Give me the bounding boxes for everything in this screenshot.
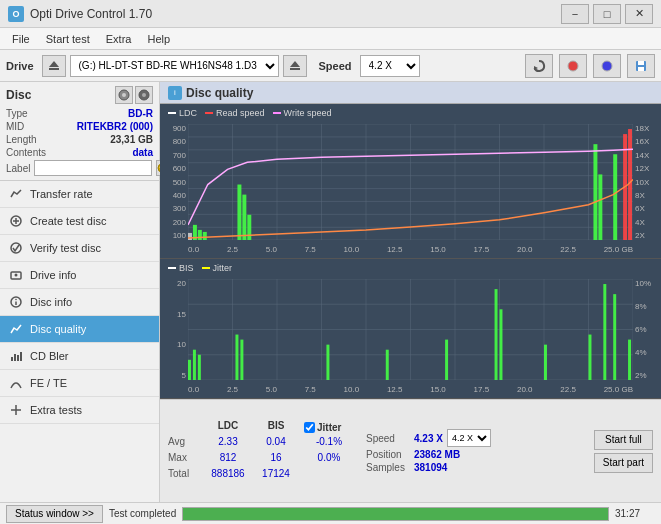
svg-point-6	[602, 61, 612, 71]
svg-rect-92	[603, 284, 606, 380]
menu-extra[interactable]: Extra	[98, 31, 140, 47]
jitter-avg: -0.1%	[304, 436, 354, 450]
svg-rect-56	[237, 185, 241, 240]
start-full-button[interactable]: Start full	[594, 430, 653, 450]
disc-icon-2[interactable]	[135, 86, 153, 104]
speed-value: 4.23 X	[414, 433, 443, 444]
svg-rect-81	[193, 350, 196, 380]
svg-rect-93	[613, 294, 616, 380]
svg-rect-28	[20, 352, 22, 361]
speed-select[interactable]: 4.2 X	[360, 55, 420, 77]
toolbar-color-button[interactable]	[559, 54, 587, 78]
chart1-y-axis-left: 900 800 700 600 500 400 300 200 100	[160, 124, 188, 240]
disc-icons	[115, 86, 153, 104]
status-progress-container	[182, 507, 609, 521]
svg-rect-57	[242, 195, 246, 240]
svg-rect-2	[290, 68, 300, 70]
disc-mid-row: MID RITEKBR2 (000)	[6, 121, 153, 132]
legend-ldc: LDC	[168, 108, 197, 118]
toolbar-save-button[interactable]	[627, 54, 655, 78]
charts-container: LDC Read speed Write speed 900 800	[160, 104, 661, 502]
position-value: 23862 MB	[414, 449, 460, 460]
disc-label-input[interactable]	[34, 160, 152, 176]
legend-bis-dot	[168, 267, 176, 269]
menu-start-test[interactable]: Start test	[38, 31, 98, 47]
ldc-avg: 2.33	[208, 436, 248, 450]
status-time: 31:27	[615, 508, 655, 519]
legend-jitter-dot	[202, 267, 210, 269]
sidebar-item-cd-bler[interactable]: CD Bler	[0, 343, 159, 370]
drive-toolbar: Drive (G:) HL-DT-ST BD-RE WH16NS48 1.D3 …	[0, 50, 661, 82]
svg-rect-26	[14, 354, 16, 361]
sidebar-item-transfer-rate[interactable]: Transfer rate	[0, 181, 159, 208]
stats-area: Avg Max Total LDC 2.33 812 888186 BIS 0.…	[160, 399, 661, 502]
svg-rect-91	[589, 335, 592, 380]
status-window-button[interactable]: Status window >>	[6, 505, 103, 523]
start-part-button[interactable]: Start part	[594, 453, 653, 473]
toolbar-settings-button[interactable]	[593, 54, 621, 78]
sidebar-item-extra-tests[interactable]: Extra tests	[0, 397, 159, 424]
svg-rect-83	[235, 335, 238, 380]
nav-label-transfer-rate: Transfer rate	[30, 188, 93, 200]
menu-help[interactable]: Help	[139, 31, 178, 47]
disc-label-row: Label ✎	[6, 160, 153, 176]
disc-length-value: 23,31 GB	[110, 134, 153, 145]
sidebar-item-fe-te[interactable]: FE / TE	[0, 370, 159, 397]
menu-file[interactable]: File	[4, 31, 38, 47]
drive-eject-icon[interactable]	[42, 55, 66, 77]
jitter-checkbox[interactable]	[304, 422, 315, 433]
cd-bler-icon	[8, 348, 24, 364]
chart2-svg	[188, 279, 633, 380]
drive-eject-button[interactable]	[283, 55, 307, 77]
drive-select[interactable]: (G:) HL-DT-ST BD-RE WH16NS48 1.D3	[70, 55, 279, 77]
nav-label-disc-info: Disc info	[30, 296, 72, 308]
svg-rect-25	[11, 357, 13, 361]
legend-jitter: Jitter	[202, 263, 233, 273]
nav-label-fe-te: FE / TE	[30, 377, 67, 389]
disc-contents-value: data	[132, 147, 153, 158]
sidebar-item-disc-info[interactable]: Disc info	[0, 289, 159, 316]
svg-point-19	[11, 243, 21, 253]
svg-rect-58	[247, 215, 251, 240]
app-logo: O	[8, 6, 24, 22]
svg-rect-86	[386, 350, 389, 380]
chart1-legend: LDC Read speed Write speed	[168, 108, 331, 118]
sidebar-item-disc-quality[interactable]: Disc quality	[0, 316, 159, 343]
chart1-x-axis: 0.0 2.5 5.0 7.5 10.0 12.5 15.0 17.5 20.0…	[188, 240, 633, 258]
speed-dropdown[interactable]: 4.2 X	[447, 429, 491, 447]
svg-rect-82	[198, 355, 201, 380]
chart2-y-axis-right: 10% 8% 6% 4% 2%	[633, 279, 661, 380]
maximize-button[interactable]: □	[593, 4, 621, 24]
disc-mid-label: MID	[6, 121, 24, 132]
sidebar-item-create-test-disc[interactable]: Create test disc	[0, 208, 159, 235]
menubar: File Start test Extra Help	[0, 28, 661, 50]
content-header: i Disc quality	[160, 82, 661, 104]
nav-label-drive-info: Drive info	[30, 269, 76, 281]
disc-type-row: Type BD-R	[6, 108, 153, 119]
jitter-max: 0.0%	[304, 452, 354, 466]
nav-label-verify-test-disc: Verify test disc	[30, 242, 101, 254]
ldc-total: 888186	[208, 468, 248, 482]
svg-rect-85	[326, 345, 329, 380]
sidebar-item-verify-test-disc[interactable]: Verify test disc	[0, 235, 159, 262]
titlebar: O Opti Drive Control 1.70 − □ ✕	[0, 0, 661, 28]
svg-rect-61	[613, 154, 617, 240]
disc-icon-1[interactable]	[115, 86, 133, 104]
svg-rect-84	[240, 340, 243, 380]
svg-marker-1	[49, 61, 59, 67]
toolbar-refresh-button[interactable]	[525, 54, 553, 78]
chart1-svg	[188, 124, 633, 240]
drive-label: Drive	[6, 60, 34, 72]
minimize-button[interactable]: −	[561, 4, 589, 24]
close-button[interactable]: ✕	[625, 4, 653, 24]
svg-point-13	[142, 93, 146, 97]
svg-rect-89	[500, 309, 503, 380]
disc-quality-icon	[8, 321, 24, 337]
disc-info-icon	[8, 294, 24, 310]
sidebar-item-drive-info[interactable]: Drive info	[0, 262, 159, 289]
avg-label: Avg	[168, 436, 200, 450]
status-progress-bar	[183, 508, 608, 520]
content-header-title: Disc quality	[186, 86, 253, 100]
main-layout: Disc Type BD-R MID RITEKBR2 (000)	[0, 82, 661, 502]
start-buttons: Start full Start part	[594, 430, 653, 473]
